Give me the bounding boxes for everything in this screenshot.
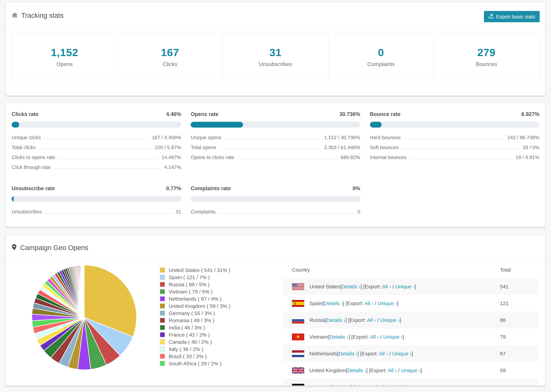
geo-opens-panel: Campaign Geo Opens United States ( 541 /… xyxy=(6,235,545,386)
rate-title: Unsubscribe rate xyxy=(12,185,55,192)
export-icon xyxy=(488,14,493,20)
legend-label: India ( 46 / 3% ) xyxy=(169,325,205,330)
country-cell: United Kingdom [Details ›] [Export: All … xyxy=(283,367,500,374)
geo-table-rows: United States [Details ›] [Export: All ›… xyxy=(283,278,538,386)
export-unique-link[interactable]: Unique › xyxy=(401,367,420,373)
total-cell: 79 xyxy=(500,334,538,340)
legend-item: Italy ( 36 / 2% ) xyxy=(160,345,230,353)
country-cell: Vietnam [Details ›] [Export: All › / Uni… xyxy=(283,333,500,340)
legend-label: Italy ( 36 / 2% ) xyxy=(169,346,203,352)
geo-opens-body: United States ( 541 / 31% )Spain ( 121 /… xyxy=(6,261,545,386)
details-link[interactable]: Details › xyxy=(326,317,345,323)
export-unique-link[interactable]: Unique › xyxy=(386,384,405,386)
flag-us xyxy=(292,283,304,290)
pie-slice-other-40 xyxy=(84,265,84,317)
rate-stat-row: Hard bounces242 / 86.738% xyxy=(370,135,539,145)
rate-progress-bar xyxy=(191,196,360,202)
stat-value: 19 / 6.81% xyxy=(516,155,539,160)
details-link[interactable]: Details › xyxy=(339,351,357,357)
legend-label: Romania ( 49 / 3% ) xyxy=(169,317,214,323)
legend-item: Vietnam ( 79 / 5% ) xyxy=(160,288,230,295)
legend-color-swatch xyxy=(160,332,165,337)
dotted-leader xyxy=(219,149,321,149)
rate-progress-bar xyxy=(12,122,181,128)
dotted-leader xyxy=(403,139,505,139)
flag-ru xyxy=(292,317,304,323)
export-all-link[interactable]: All › xyxy=(379,351,388,357)
stat-value: 18 / 0% xyxy=(523,145,539,150)
dashboard-page: Tracking stats Export basic stats 1,152O… xyxy=(0,0,551,392)
legend-label: Canada ( 40 / 2% ) xyxy=(169,339,212,345)
flag-united-kingdom xyxy=(292,367,304,374)
legend-item: Brazil ( 33 / 2% ) xyxy=(160,353,230,360)
stat-label: Soft bounces xyxy=(370,145,399,150)
rate-progress-bar xyxy=(12,196,181,202)
details-link[interactable]: Details › xyxy=(332,384,351,386)
legend-label: Germany ( 55 / 3% ) xyxy=(169,310,215,316)
export-unique-link[interactable]: Unique › xyxy=(395,284,415,289)
total-cell: 121 xyxy=(500,300,538,306)
legend-item: Romania ( 49 / 3% ) xyxy=(160,317,230,324)
legend-item: South Africa ( 29 / 2% ) xyxy=(160,360,230,367)
export-unique-link[interactable]: Unique › xyxy=(378,300,397,306)
export-all-link[interactable]: All › xyxy=(365,300,373,306)
geo-opens-legend: United States ( 541 / 31% )Spain ( 121 /… xyxy=(160,266,230,367)
legend-item: Spain ( 121 / 7% ) xyxy=(160,274,230,281)
details-link[interactable]: Details › xyxy=(342,284,360,289)
stat-label: Complaints xyxy=(191,209,216,215)
export-unique-link[interactable]: Unique › xyxy=(383,334,403,340)
total-cell: 67 xyxy=(500,351,538,357)
export-all-link[interactable]: All › xyxy=(373,384,381,386)
summary-value: 31 xyxy=(269,47,282,59)
rate-stat-row: Unique clicks167 / 4.456% xyxy=(12,135,181,145)
legend-color-swatch xyxy=(160,347,165,352)
geo-table-row: Germany [Details ›] [Export: All › / Uni… xyxy=(283,379,538,386)
total-cell: 59 xyxy=(500,367,538,373)
rate-value: 0% xyxy=(353,185,360,192)
summary-label: Complaints xyxy=(367,61,395,67)
rate-stat-row: Total opens2,303 / 61.446% xyxy=(191,145,360,155)
stat-value: 14.497% xyxy=(162,155,181,160)
export-all-link[interactable]: All › xyxy=(370,334,379,340)
country-name: United Kingdom xyxy=(309,367,346,373)
summary-value: 279 xyxy=(477,47,495,59)
tracking-stats-title: Tracking stats xyxy=(12,12,64,20)
flag-es xyxy=(292,300,304,307)
export-all-link[interactable]: All › xyxy=(382,284,391,289)
summary-label: Clicks xyxy=(163,61,177,67)
stat-value: 242 / 86.738% xyxy=(507,135,539,140)
geo-table-row: Spain [Details ›] [Export: All › / Uniqu… xyxy=(283,295,538,312)
rate-stat-row: Internal bounces19 / 6.81% xyxy=(370,155,539,165)
legend-label: Vietnam ( 79 / 5% ) xyxy=(169,289,212,294)
export-all-link[interactable]: All › xyxy=(388,367,397,373)
details-link[interactable]: Details › xyxy=(330,334,348,340)
geo-table-row: Netherlands [Details ›] [Export: All › /… xyxy=(283,345,538,362)
export-basic-stats-button[interactable]: Export basic stats xyxy=(484,11,540,22)
legend-item: Germany ( 55 / 3% ) xyxy=(160,309,230,317)
details-link[interactable]: Details › xyxy=(324,300,343,306)
total-cell: 541 xyxy=(500,284,538,289)
rate-header: Bounce rate6.927% xyxy=(370,111,539,117)
export-button-label: Export basic stats xyxy=(496,14,535,19)
legend-item: United States ( 541 / 31% ) xyxy=(160,266,230,274)
country-name: Germany xyxy=(309,384,330,386)
country-name: Vietnam xyxy=(309,334,328,340)
legend-item: Russia ( 86 / 5% ) xyxy=(160,281,230,288)
export-unique-link[interactable]: Unique › xyxy=(380,317,400,323)
tracking-stats-header: Tracking stats Export basic stats xyxy=(6,3,545,29)
rate-progress-bar xyxy=(191,122,360,128)
total-cell: 86 xyxy=(500,317,538,323)
map-pin-icon xyxy=(12,244,17,252)
rate-stat-row: Unique opens1,152 / 30.736% xyxy=(191,135,360,145)
rate-title: Clicks rate xyxy=(12,111,38,117)
flag-nl xyxy=(292,350,304,357)
dotted-leader xyxy=(38,149,152,149)
stat-label: Opens to clicks rate xyxy=(191,155,234,160)
geo-opens-pie-chart xyxy=(30,263,138,371)
details-link[interactable]: Details › xyxy=(347,367,366,373)
column-header-total: Total xyxy=(500,267,538,273)
stat-value: 4.147% xyxy=(164,165,181,170)
export-unique-link[interactable]: Unique › xyxy=(392,351,411,357)
export-all-link[interactable]: All › xyxy=(367,317,376,323)
legend-label: France ( 42 / 2% ) xyxy=(169,332,210,338)
